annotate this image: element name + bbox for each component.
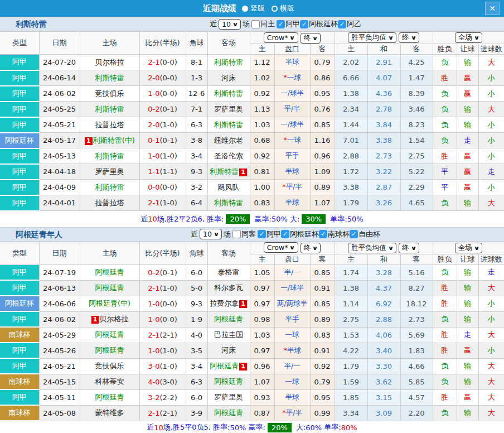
away-team: 罗萨里奥 [207, 389, 250, 405]
match-date: 24-05-17 [39, 133, 80, 148]
same-venue-checkbox[interactable]: ✓ 同客 [232, 229, 256, 239]
home-team-name: 利斯特雷 [95, 183, 124, 191]
home-team-name: 阿根廷青 [95, 330, 124, 339]
league-tag: 南球杯 [0, 405, 39, 421]
result-handicap: 赢 [457, 164, 478, 180]
away-odds: 0.83 [310, 327, 335, 343]
check-icon: ✓ [319, 230, 327, 238]
scope-select[interactable]: 全场∨ [455, 243, 482, 253]
fulltime-score: 4-0 [148, 378, 159, 386]
col-avg-home: 主 [335, 254, 367, 264]
fulltime-score: 0-1 [148, 136, 159, 145]
corner-score: 6-4 [186, 195, 207, 211]
away-team-name: 利斯特雷 [214, 121, 243, 129]
league-checkbox-阿甲[interactable]: ✓阿甲 [277, 19, 300, 29]
radio-portrait[interactable]: 竖版 [242, 3, 265, 13]
avg-away: 2.29 [400, 180, 433, 195]
col-type: 类型 [0, 242, 39, 264]
matches-table: 类型 日期 主场 比分(半场) 角球 客场 Crow*∨ 终∨ 胜平负均值∨ 终… [0, 31, 504, 211]
match-score: 2-1(2-1) [139, 327, 186, 343]
handicap: *一球 [274, 70, 310, 86]
corner-score: 8-1 [186, 55, 207, 70]
away-team-name: 利斯特雷 [214, 58, 243, 66]
avg-select[interactable]: 胜平负均值∨ [348, 243, 396, 253]
col-date: 日期 [39, 32, 80, 55]
avg-group-header: 胜平负均值∨ 终∨ [335, 32, 433, 44]
summary-text: 50% [272, 215, 288, 223]
match-score: 1-0(0-0) [139, 296, 186, 311]
col-odds-away: 客 [310, 254, 335, 264]
away-team: 利斯特雷 [207, 117, 250, 133]
table-row: 阿甲24-07-19阿根廷青0-2(0-1)6-0泰格雷1.05半/一0.851… [0, 264, 504, 280]
avg-final-select[interactable]: 终∨ [399, 243, 419, 253]
match-count-select[interactable]: 10 ∨ [200, 229, 222, 239]
result-wdl: 负 [433, 311, 457, 327]
odds-final-select[interactable]: 终∨ [301, 243, 321, 253]
avg-away: 8.27 [400, 280, 433, 296]
summary-text: 单率: [322, 422, 341, 432]
corner-score: 9-3 [186, 296, 207, 311]
corner-score: 3-4 [186, 148, 207, 164]
games-label: 场 [224, 229, 231, 239]
halftime-score: (0-1) [159, 105, 177, 113]
halftime-score: (0-1) [159, 268, 177, 277]
summary-text: 场,胜2平2负6, 胜率: [157, 214, 224, 224]
handicap: 半球 [274, 55, 310, 70]
away-odds: 0.76 [310, 102, 335, 117]
avg-final-select[interactable]: 终∨ [399, 32, 419, 43]
table-row: 阿甲24-06-02竞技俱乐1-0(0-0)12-6利斯特雷0.92一/球半0.… [0, 86, 504, 102]
check-icon: ✓ [281, 230, 289, 238]
halftime-score: (0-0) [159, 300, 177, 308]
away-team-name: 纽维尔老 [214, 136, 243, 145]
avg-home: 1.53 [335, 327, 367, 343]
chevron-down-icon: ∨ [388, 245, 394, 251]
result-wdl: 平 [433, 180, 457, 195]
league-checkbox-南球杯[interactable]: ✓南球杯 [319, 229, 350, 239]
avg-away: 1.83 [400, 343, 433, 358]
result-handicap: 赢 [457, 70, 478, 86]
corner-score: 3-2 [186, 180, 207, 195]
avg-away: 4.57 [400, 389, 433, 405]
odds-final-select[interactable]: 终∨ [301, 33, 321, 44]
avg-draw: 3.40 [367, 343, 400, 358]
handicap: 平手 [274, 311, 310, 327]
away-team-name: 飓风队 [218, 183, 240, 191]
avg-draw: 2.78 [367, 102, 400, 117]
close-button[interactable]: ✕ [485, 2, 500, 15]
fulltime-score: 1-0 [148, 347, 159, 355]
avg-home: 1.38 [335, 86, 367, 102]
result-wdl: 负 [433, 102, 457, 117]
home-team-name: 贝尔格拉 [95, 58, 124, 66]
summary-text: 大: [288, 214, 300, 224]
same-venue-checkbox[interactable]: ✓ 同主 [251, 19, 275, 29]
summary-text: 60% [306, 424, 322, 432]
summary-text: 50% [230, 424, 246, 432]
col-away: 客场 [207, 32, 250, 55]
result-goals: 大 [478, 389, 504, 405]
summary-text: 近 [140, 214, 148, 224]
scope-select[interactable]: 全场∨ [455, 32, 482, 43]
league-checkbox-阿乙[interactable]: ✓阿乙 [338, 19, 361, 29]
home-team: 利斯特雷 [80, 102, 139, 117]
halftime-score: (2-1) [159, 331, 177, 339]
filter-controls: 近 10 ∨ 场 ✓ 同客 ✓阿甲✓阿根廷杯✓南球杯✓自由杯 [191, 229, 380, 239]
halftime-score: (0-1) [159, 136, 177, 145]
halftime-score: (1-1) [159, 167, 177, 176]
result-handicap: 赢 [457, 148, 478, 164]
result-wdl: 胜 [433, 389, 457, 405]
bookmaker-select[interactable]: Crow*∨ [264, 32, 298, 43]
bookmaker-select[interactable]: Crow*∨ [264, 242, 298, 253]
fulltime-score: 2-0 [148, 121, 159, 129]
league-checkbox-阿根廷杯[interactable]: ✓阿根廷杯 [300, 19, 338, 29]
league-checkbox-阿甲[interactable]: ✓阿甲 [258, 229, 281, 239]
radio-landscape[interactable]: 横版 [272, 3, 294, 13]
col-result-goals: 进球数 [478, 44, 504, 55]
match-count-select[interactable]: 10 ∨ [219, 19, 241, 30]
col-away: 客场 [207, 242, 250, 264]
league-checkbox-阿根廷杯[interactable]: ✓阿根廷杯 [281, 229, 319, 239]
avg-select[interactable]: 胜平负均值∨ [348, 32, 396, 43]
league-checkbox-自由杯[interactable]: ✓自由杯 [350, 229, 380, 239]
col-corner: 角球 [186, 32, 207, 55]
home-team: 阿根廷青 [80, 280, 139, 296]
match-date: 24-06-02 [39, 86, 80, 102]
